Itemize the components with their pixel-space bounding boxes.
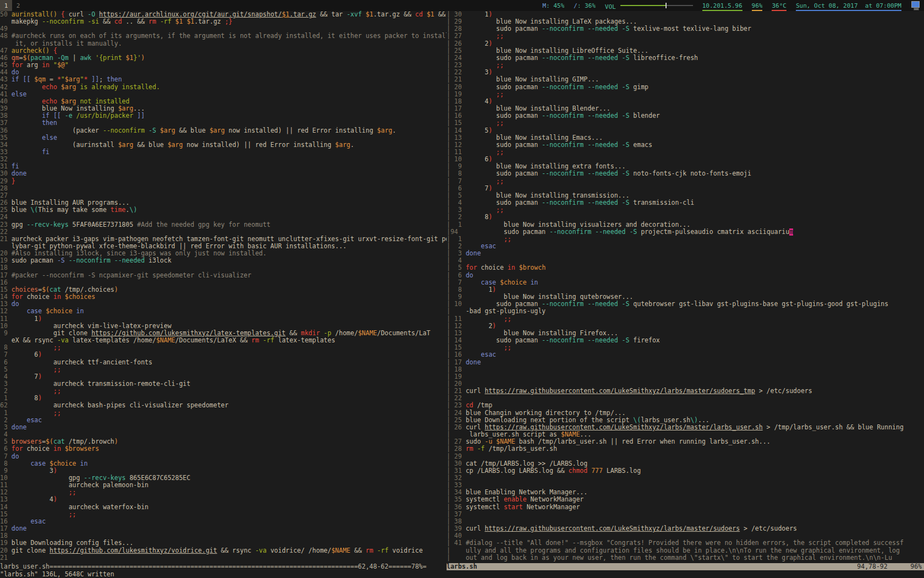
vim-cursor: m [789,228,793,236]
code-row: 33 fi [0,149,447,156]
status-item[interactable]: 36°C [772,0,787,11]
code-row: | 22 [447,395,924,402]
code-row: | 24 sudo pacman --noconfirm --needed -S… [447,54,924,62]
code-row: | 20 [447,380,924,388]
disk-icon: / [574,2,578,9]
line-number-gutter: | 7 [447,279,466,286]
code-row: 7 do [0,453,447,460]
line-number-gutter: | 14 [447,127,466,134]
line-number-gutter: 6 [0,359,12,366]
code-row: 24 [0,214,447,221]
code-row: | 38 [447,518,924,525]
code-row: 4 7) [0,373,447,380]
status-item[interactable]: 10.201.5.96 [702,0,743,11]
line-number-gutter: | 35 [447,496,466,503]
code-row: 19 blue Downloading config files... [0,539,447,547]
line-number-gutter [0,18,12,25]
code-row: 28 [0,185,447,192]
line-number-gutter: | 25 [447,417,466,424]
line-number-gutter: | 1 [447,221,466,228]
code-row: | 40 [447,532,924,539]
line-number-gutter: 16 [0,279,12,286]
code-row: | 17 done [447,359,924,366]
code-row: | 8 sudo pacman --noconfirm --needed -S … [447,170,924,177]
line-number-gutter: 41 [0,91,12,98]
code-row: | 1 blue Now installing visualizers and … [447,221,924,228]
code-row: | 26 curl https://raw.githubusercontent.… [447,424,924,431]
code-row: | 27 sudo -u $NAME bash /tmp/larbs_user.… [447,438,924,445]
code-row: 21 aurcheck packer i3-gaps vim-pathogen … [0,236,447,243]
line-number-gutter: | 12 [447,141,466,149]
code-row: it, or installs it manually. [0,40,447,47]
status-item[interactable]: VOL [605,0,693,11]
code-row: 36 (packer --noconfirm -S $arg && blue $… [0,127,447,134]
line-number-gutter: | 17 [447,105,466,112]
line-number-gutter: 7 [0,453,12,460]
line-number-gutter: 18 [0,264,12,271]
code-row: 23 gpg --recv-keys 5FAF0A6EE7371805 #Add… [0,221,447,228]
line-number-gutter: 35 [0,134,12,141]
code-row: 37 then [0,119,447,127]
code-row: | 10 6) [447,156,924,163]
line-number-gutter: | 29 [447,453,466,460]
status-item[interactable]: /: 36% [574,0,596,11]
code-row: 42 echo $arg is already installed. [0,84,447,91]
code-row: | 14 5) [447,127,924,134]
line-number-gutter: 5 [0,438,12,445]
vim-editor[interactable]: 50 aurinstall() { curl -O https://aur.ar… [0,11,924,563]
code-row: 46 qm=$(pacman -Qm | awk '{print $1}') [0,54,447,62]
line-number-gutter: 14 [0,293,12,301]
tray-monitor-icon[interactable] [911,1,921,10]
line-number-gutter: 4 [0,431,12,438]
line-number-gutter [0,337,12,344]
code-row: | 19 [447,373,924,380]
line-number-gutter: 28 [0,185,12,192]
status-item[interactable]: Sun, Oct 08, 2017 at 07:00PM [796,0,901,11]
code-row: | 5 blue Now installing transmission... [447,192,924,199]
code-row: | 18 [447,366,924,373]
code-row: | 36 systemctl start NetworkManager [447,504,924,511]
code-row: 12 case $choice in [0,308,447,315]
line-number-gutter: 5 [0,366,12,373]
line-number-gutter: 34 [0,141,12,149]
code-row: 12 ;; [0,489,447,496]
code-row: | 25 blue Now installing LibreOffice Sui… [447,47,924,54]
line-number-gutter: | 3 [447,206,466,214]
statusline-ruler: 94,78-92 96% [857,563,924,570]
line-number-gutter: 46 [0,54,12,62]
line-number-gutter: | 20 [447,84,466,91]
line-number-gutter: | 36 [447,504,466,511]
line-number-gutter: | 15 [447,119,466,127]
code-row: 34 (aurinstall $arg && blue $arg now ins… [0,141,447,149]
line-number-gutter: 36 [0,127,12,134]
code-row: | 6 do [447,272,924,279]
code-row: | 25 blue Downloading next portion of th… [447,417,924,424]
editor-pane-left[interactable]: 50 aurinstall() { curl -O https://aur.ar… [0,11,447,563]
volume-slider[interactable] [620,0,693,11]
workspace-button-1[interactable]: 1 [0,0,12,11]
code-row: 30 done [0,170,447,177]
line-number-gutter: | 13 [447,134,466,141]
status-bar: 12 M: 45%/: 36%VOL10.201.5.9696%36°CSun,… [0,0,924,11]
code-row: | 16 esac [447,351,924,358]
code-row: | 32 [447,475,924,482]
editor-pane-right[interactable]: | 30 1)| 29 blue Now installing LaTeX pa… [447,11,924,563]
status-item[interactable]: M: 45% [542,0,564,11]
line-number-gutter: 31 [0,163,12,170]
line-number-gutter: | 9 [447,163,466,170]
code-row: | 13 blue Now installing Emacs... [447,134,924,141]
line-number-gutter: | 6 [447,185,466,192]
code-row: | 15 ;; [447,344,924,351]
line-number-gutter: | 8 [447,286,466,293]
line-number-gutter: | [447,547,466,554]
line-number-gutter: | 23 [447,62,466,69]
code-row: 3 done [0,424,447,431]
workspace-button-2[interactable]: 2 [12,0,24,11]
code-row: | 35 systemctl enable NetworkManager [447,496,924,503]
line-number-gutter: 8 [0,344,12,351]
code-row: 39 blue Now installing $arg... [0,105,447,112]
code-row: | 29 blue Now installing LaTeX packages.… [447,18,924,25]
code-row: 20 git clone https://github.com/lukesmit… [0,547,447,554]
status-item[interactable]: 96% [752,0,763,11]
code-row: 7 6) [0,351,447,358]
